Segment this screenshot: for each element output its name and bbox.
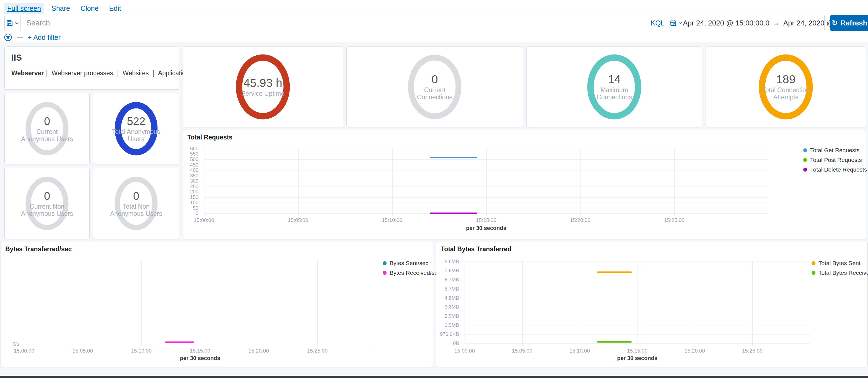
panel-total-anonymous-users: 522 Total Anonymous Users — [93, 93, 179, 164]
gridline-vertical — [522, 261, 523, 346]
gauge-value: 189 — [758, 73, 813, 86]
gauge-value: 14 — [587, 73, 642, 86]
x-tick-label: 15:25:00 — [307, 348, 328, 354]
x-tick-label: 15:00:00 — [194, 217, 214, 223]
add-filter-button[interactable]: + Add filter — [28, 33, 61, 41]
legend-item-total-bytes-received[interactable]: Total Bytes Received — [811, 270, 867, 276]
menu-item-share[interactable]: Share — [48, 3, 73, 14]
legend-label: Bytes Received/sec — [390, 270, 440, 276]
y-tick-label: 150 — [190, 194, 198, 200]
legend-item-total-delete-requests[interactable]: Total Delete Requests — [803, 166, 864, 173]
legend-item-total-get-requests[interactable]: Total Get Requests — [803, 147, 864, 154]
y-axis: 600550500450400350300250200150100500 — [183, 149, 201, 213]
y-tick-label: 3.8MB — [445, 304, 459, 310]
x-tick-label: 15:25:00 — [742, 348, 763, 354]
search-input[interactable] — [21, 15, 649, 31]
gauge-label: Service Uptime — [235, 90, 290, 97]
y-axis: 0/s — [1, 260, 22, 344]
x-axis-title: per 30 seconds — [204, 225, 768, 231]
chart-plot-area[interactable] — [204, 149, 768, 213]
x-tick-label: 15:20:00 — [570, 217, 590, 223]
date-from[interactable]: Apr 24, 2020 @ 15:00:00.0 — [683, 19, 770, 27]
x-axis: 15:00:0015:05:0015:10:0015:15:0015:20:00… — [24, 346, 376, 353]
x-tick-label: 15:20:00 — [685, 348, 705, 354]
gridline-vertical — [298, 149, 299, 216]
header: Full screen Share Clone Edit KQL — [0, 0, 868, 42]
series-line-total-get-requests — [430, 157, 477, 158]
date-range-picker[interactable]: Apr 24, 2020 @ 15:00:00.0 → Apr 24, 2020… — [670, 15, 825, 31]
legend-item-total-bytes-sent[interactable]: Total Bytes Sent — [811, 260, 867, 266]
iis-links: Webserver| Webserver processes | Website… — [11, 69, 207, 77]
gauge-value: 0 — [19, 115, 75, 128]
link-separator: | — [151, 69, 157, 77]
link-webserver-processes[interactable]: Webserver processes — [52, 69, 113, 77]
refresh-button[interactable]: ↻ Refresh — [830, 15, 868, 31]
gauge-label: Current Anonymous Users — [19, 128, 75, 143]
y-tick-label: 50 — [193, 205, 198, 211]
panel-current-non-anonymous-users: 0 Current Non Anonymous Users — [4, 168, 90, 239]
gridline-vertical — [695, 261, 695, 346]
y-tick-label: 550 — [190, 151, 198, 157]
filter-icon[interactable] — [4, 33, 12, 41]
y-tick-label: 7.6MB — [445, 267, 459, 274]
query-bar: KQL Apr 24, 2020 @ 15:00:00.0 → Apr 24, … — [4, 15, 864, 31]
gridline-vertical — [638, 261, 638, 346]
chart-legend: Bytes Sent/secBytes Received/sec — [383, 260, 432, 276]
gauge-label: Total Connection Attempts — [758, 86, 813, 101]
x-tick-label: 15:15:00 — [476, 217, 496, 223]
saved-query-menu-button[interactable] — [5, 15, 21, 31]
x-tick-label: 15:05:00 — [72, 348, 93, 354]
panel-maximum-connections: 14 Maximum Connections — [526, 46, 702, 127]
legend-label: Total Get Requests — [810, 147, 860, 154]
date-quick-select-button[interactable] — [670, 15, 683, 31]
gridline-vertical — [580, 149, 581, 216]
y-tick-label: 5.7MB — [445, 286, 459, 292]
gauge-label: Total Non Anonymous Users — [108, 203, 164, 217]
panel-current-connections: 0 Current Connections — [346, 46, 523, 127]
y-tick-label: 0/s — [12, 341, 19, 347]
x-axis-title: per 30 seconds — [465, 355, 810, 361]
panel-total-connection-attempts: 189 Total Connection Attempts — [706, 46, 866, 127]
menu-item-clone[interactable]: Clone — [77, 3, 102, 14]
gauge-current-anonymous-users: 0 Current Anonymous Users — [25, 101, 69, 156]
legend-label: Total Bytes Received — [818, 270, 868, 276]
series-line-total-bytes-sent — [597, 272, 632, 273]
panel-iis-links: IIS Webserver| Webserver processes | Web… — [4, 46, 179, 90]
legend-item-bytes-sent-sec[interactable]: Bytes Sent/sec — [383, 260, 432, 266]
gauge-label: Current Non Anonymous Users — [19, 203, 75, 217]
panel-total-non-anonymous-users: 0 Total Non Anonymous Users — [93, 168, 179, 239]
gridline-vertical — [204, 149, 205, 216]
gauge-current-non-anonymous-users: 0 Current Non Anonymous Users — [25, 176, 69, 231]
legend-label: Total Post Requests — [810, 157, 862, 163]
link-webserver[interactable]: Webserver — [11, 69, 44, 77]
chart-plot-area[interactable] — [24, 260, 376, 344]
chart-legend: Total Bytes SentTotal Bytes Received — [811, 260, 867, 276]
y-tick-label: 976.6KB — [440, 332, 459, 337]
gauge-label: Maximum Connections — [587, 86, 642, 101]
x-tick-label: 15:10:00 — [131, 348, 152, 354]
y-tick-label: 500 — [190, 156, 198, 162]
gauge-maximum-connections: 14 Maximum Connections — [587, 54, 642, 120]
gauge-value: 0 — [108, 190, 164, 202]
y-tick-label: 100 — [190, 200, 198, 206]
refresh-icon: ↻ — [832, 19, 838, 27]
chart-plot-area[interactable] — [465, 261, 810, 343]
x-tick-label: 15:05:00 — [288, 217, 308, 223]
link-websites[interactable]: Websites — [123, 69, 149, 77]
y-tick-label: 600 — [190, 146, 198, 152]
gridline-vertical — [674, 149, 675, 216]
menu-item-edit[interactable]: Edit — [106, 3, 124, 14]
link-separator: | — [115, 69, 121, 77]
legend-item-total-post-requests[interactable]: Total Post Requests — [803, 157, 864, 163]
gauge-current-connections: 0 Current Connections — [407, 54, 462, 120]
x-tick-label: 15:15:00 — [190, 348, 210, 354]
link-separator: | — [44, 69, 50, 77]
chevron-down-icon — [15, 21, 19, 25]
menu-item-full-screen[interactable]: Full screen — [4, 3, 44, 14]
search-box: KQL — [4, 15, 666, 31]
legend-item-bytes-received-sec[interactable]: Bytes Received/sec — [383, 270, 432, 276]
legend-dot — [383, 261, 386, 265]
kql-language-button[interactable]: KQL — [649, 15, 666, 31]
filter-separator — [17, 37, 23, 38]
y-tick-label: 450 — [190, 162, 198, 168]
